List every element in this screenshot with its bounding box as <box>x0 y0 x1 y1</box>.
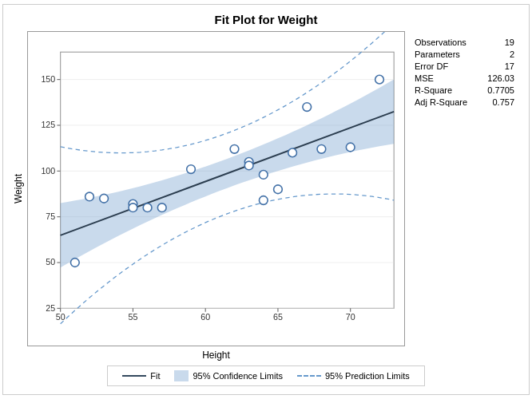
svg-point-17 <box>230 144 239 153</box>
chart-container: Fit Plot for Weight Weight 5055606570255… <box>2 4 530 395</box>
svg-point-10 <box>85 192 94 201</box>
plot-svg: 5055606570255075100125150 <box>28 32 404 346</box>
stats-value: 17 <box>505 61 514 71</box>
svg-point-26 <box>346 143 355 152</box>
stats-value: 0.757 <box>492 97 514 107</box>
svg-text:70: 70 <box>346 312 355 322</box>
svg-text:75: 75 <box>46 211 55 221</box>
x-axis-label: Height <box>202 350 230 361</box>
svg-point-25 <box>317 144 326 153</box>
legend: Fit 95% Confidence Limits 95% Prediction… <box>107 365 425 386</box>
stats-label: Adj R-Square <box>415 97 467 107</box>
svg-point-11 <box>100 194 109 203</box>
stats-panel: Observations19Parameters2Error DF17MSE12… <box>405 31 521 346</box>
legend-fit-line <box>122 375 146 377</box>
stats-label: MSE <box>415 73 434 83</box>
svg-text:25: 25 <box>46 303 55 313</box>
svg-point-9 <box>70 259 79 267</box>
legend-conf-box <box>174 370 189 381</box>
svg-text:55: 55 <box>128 312 137 322</box>
legend-pred: 95% Prediction Limits <box>297 371 410 381</box>
stats-row: Error DF17 <box>415 61 521 71</box>
svg-text:125: 125 <box>41 120 55 129</box>
stats-row: Adj R-Square0.757 <box>415 97 521 107</box>
svg-text:50: 50 <box>46 257 55 267</box>
stats-value: 2 <box>510 49 514 59</box>
legend-conf-label: 95% Confidence Limits <box>193 371 283 381</box>
stats-label: Parameters <box>415 49 460 59</box>
svg-point-23 <box>288 148 297 157</box>
stats-row: Parameters2 <box>415 49 521 59</box>
svg-point-19 <box>244 161 253 170</box>
legend-fit: Fit <box>122 371 160 381</box>
legend-pred-line <box>297 375 321 377</box>
svg-point-15 <box>157 203 166 212</box>
chart-title: Fit Plot for Weight <box>215 13 318 26</box>
svg-point-20 <box>259 171 268 180</box>
legend-fit-label: Fit <box>150 371 160 381</box>
stats-value: 19 <box>505 38 514 47</box>
stats-label: Observations <box>415 38 466 47</box>
stats-label: R-Square <box>415 85 452 95</box>
stats-row: R-Square0.7705 <box>415 85 521 95</box>
svg-point-13 <box>129 203 137 212</box>
svg-text:65: 65 <box>273 312 283 322</box>
svg-point-22 <box>274 185 283 194</box>
svg-text:60: 60 <box>200 312 210 322</box>
svg-point-16 <box>187 165 196 174</box>
stats-label: Error DF <box>415 61 448 71</box>
stats-row: MSE126.03 <box>415 73 521 83</box>
svg-text:50: 50 <box>56 312 66 322</box>
svg-point-14 <box>143 203 152 212</box>
chart-area: Weight 5055606570255075100125150 Observa… <box>11 31 521 346</box>
plot-and-stats: 5055606570255075100125150 Observations19… <box>27 31 521 346</box>
stats-value: 126.03 <box>487 73 514 83</box>
svg-text:100: 100 <box>41 166 55 176</box>
plot-container: 5055606570255075100125150 <box>27 31 405 346</box>
y-axis-label: Weight <box>11 31 26 346</box>
svg-point-21 <box>259 196 268 205</box>
stats-row: Observations19 <box>415 38 521 47</box>
svg-text:150: 150 <box>41 74 55 84</box>
legend-pred-label: 95% Prediction Limits <box>325 371 410 381</box>
legend-conf: 95% Confidence Limits <box>174 370 283 381</box>
svg-point-24 <box>303 103 312 112</box>
stats-value: 0.7705 <box>487 85 514 95</box>
svg-point-27 <box>375 75 384 84</box>
